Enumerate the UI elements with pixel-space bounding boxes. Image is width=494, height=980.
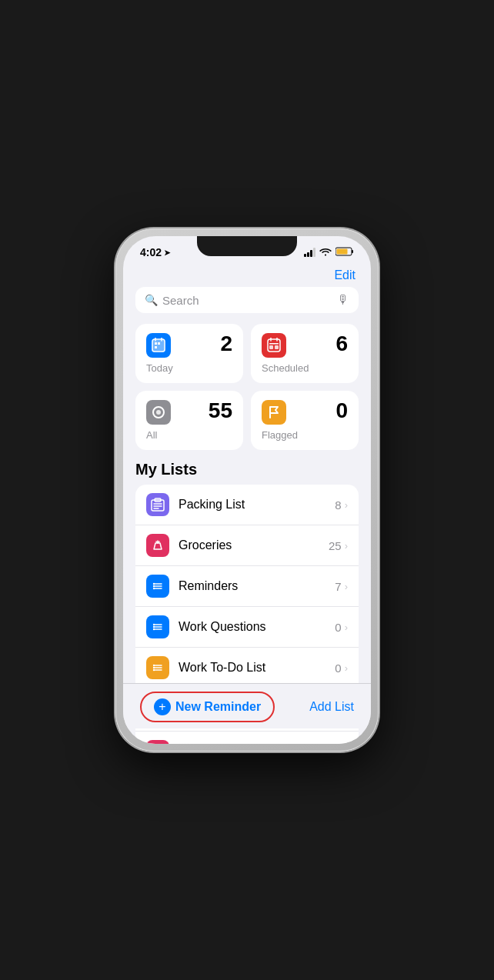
work-todo-chevron-icon: › bbox=[345, 662, 348, 674]
reminders-right: 7 › bbox=[335, 580, 348, 593]
today-icon bbox=[146, 333, 171, 358]
phone-screen: 4:02 ➤ bbox=[123, 236, 371, 744]
svg-rect-7 bbox=[158, 342, 160, 345]
flagged-label: Flagged bbox=[262, 429, 348, 441]
svg-rect-14 bbox=[269, 343, 279, 345]
search-bar[interactable]: 🔍 Search 🎙 bbox=[135, 287, 359, 313]
list-item-groceries[interactable]: Groceries 25 › bbox=[135, 525, 359, 566]
work-questions-count: 0 bbox=[335, 621, 341, 634]
scheduled-icon bbox=[262, 333, 286, 358]
new-reminder-button[interactable]: + New Reminder bbox=[140, 692, 275, 722]
all-icon bbox=[146, 400, 171, 425]
work-questions-name: Work Questions bbox=[179, 620, 335, 634]
status-time: 4:02 ➤ bbox=[140, 246, 170, 258]
microphone-icon[interactable]: 🎙 bbox=[337, 293, 349, 307]
location-arrow-icon: ➤ bbox=[164, 248, 170, 257]
svg-point-40 bbox=[153, 667, 155, 668]
groceries-count: 25 bbox=[329, 539, 342, 552]
groceries-name: Groceries bbox=[179, 538, 329, 552]
svg-rect-15 bbox=[269, 345, 273, 349]
list-item-reminders[interactable]: Reminders 7 › bbox=[135, 566, 359, 607]
stats-grid: 2 Today bbox=[135, 324, 359, 450]
my-lists-title: My Lists bbox=[135, 461, 359, 478]
list-item-packing[interactable]: Packing List 8 › bbox=[135, 485, 359, 525]
stat-card-today[interactable]: 2 Today bbox=[135, 324, 243, 383]
groceries-right: 25 › bbox=[329, 539, 348, 552]
edit-button[interactable]: Edit bbox=[334, 268, 355, 282]
search-placeholder: Search bbox=[162, 294, 332, 307]
scheduled-label: Scheduled bbox=[262, 362, 348, 374]
list-item-before-showing[interactable]: Before Showing 11 › bbox=[135, 732, 359, 744]
svg-rect-8 bbox=[155, 346, 157, 348]
svg-point-34 bbox=[153, 626, 155, 628]
reminders-count: 7 bbox=[335, 580, 341, 593]
svg-point-39 bbox=[153, 665, 155, 666]
before-showing-icon bbox=[146, 740, 169, 744]
groceries-info: Groceries bbox=[179, 538, 329, 552]
work-todo-name: Work To-Do List bbox=[179, 661, 335, 675]
work-todo-info: Work To-Do List bbox=[179, 661, 335, 675]
packing-chevron-icon: › bbox=[345, 499, 348, 511]
svg-point-27 bbox=[153, 583, 155, 585]
reminders-info: Reminders bbox=[179, 579, 335, 593]
all-label: All bbox=[146, 429, 232, 441]
packing-list-icon bbox=[146, 493, 169, 516]
battery-icon bbox=[335, 245, 354, 259]
signal-icon bbox=[304, 248, 315, 257]
all-count: 55 bbox=[209, 400, 232, 422]
bottom-bar: + New Reminder Add List bbox=[123, 683, 371, 728]
work-questions-right: 0 › bbox=[335, 621, 348, 634]
svg-point-18 bbox=[156, 410, 161, 415]
work-todo-count: 0 bbox=[335, 662, 341, 675]
groceries-chevron-icon: › bbox=[345, 540, 348, 552]
svg-point-29 bbox=[153, 588, 155, 589]
work-todo-icon bbox=[146, 656, 169, 679]
svg-rect-2 bbox=[337, 249, 348, 255]
new-reminder-label: New Reminder bbox=[175, 700, 261, 714]
today-label: Today bbox=[146, 362, 232, 374]
svg-rect-11 bbox=[268, 339, 280, 352]
stat-card-scheduled[interactable]: 6 Scheduled bbox=[251, 324, 359, 383]
status-icons bbox=[304, 245, 354, 259]
groceries-icon bbox=[146, 534, 169, 557]
add-list-button[interactable]: Add List bbox=[309, 700, 354, 714]
phone-frame: 4:02 ➤ bbox=[115, 228, 379, 752]
scheduled-count: 6 bbox=[335, 333, 348, 355]
svg-point-33 bbox=[153, 624, 155, 625]
packing-list-name: Packing List bbox=[179, 498, 335, 512]
svg-point-28 bbox=[153, 585, 155, 587]
reminders-chevron-icon: › bbox=[345, 581, 348, 592]
wifi-icon bbox=[319, 247, 332, 258]
work-todo-right: 0 › bbox=[335, 662, 348, 675]
work-questions-chevron-icon: › bbox=[345, 622, 348, 633]
packing-list-count: 8 bbox=[335, 498, 341, 512]
screen-content[interactable]: Edit 🔍 Search 🎙 bbox=[123, 265, 371, 744]
svg-rect-1 bbox=[352, 250, 353, 253]
svg-rect-6 bbox=[155, 342, 157, 345]
today-count: 2 bbox=[220, 333, 232, 355]
time-display: 4:02 bbox=[140, 246, 162, 258]
svg-point-35 bbox=[153, 628, 155, 630]
packing-list-info: Packing List bbox=[179, 498, 335, 512]
list-item-work-questions[interactable]: Work Questions 0 › bbox=[135, 607, 359, 648]
new-reminder-plus-icon: + bbox=[154, 698, 171, 715]
search-icon: 🔍 bbox=[145, 294, 158, 306]
notch bbox=[197, 236, 297, 256]
stat-card-flagged[interactable]: 0 Flagged bbox=[251, 391, 359, 450]
header: Edit bbox=[123, 265, 371, 287]
flagged-icon bbox=[262, 400, 286, 425]
svg-rect-16 bbox=[275, 345, 279, 349]
reminders-icon bbox=[146, 575, 169, 598]
work-questions-info: Work Questions bbox=[179, 620, 335, 634]
svg-point-41 bbox=[153, 669, 155, 671]
flagged-count: 0 bbox=[335, 400, 348, 422]
stat-card-all[interactable]: 55 All bbox=[135, 391, 243, 450]
work-questions-icon bbox=[146, 615, 169, 638]
packing-list-right: 8 › bbox=[335, 498, 348, 512]
reminders-name: Reminders bbox=[179, 579, 335, 593]
